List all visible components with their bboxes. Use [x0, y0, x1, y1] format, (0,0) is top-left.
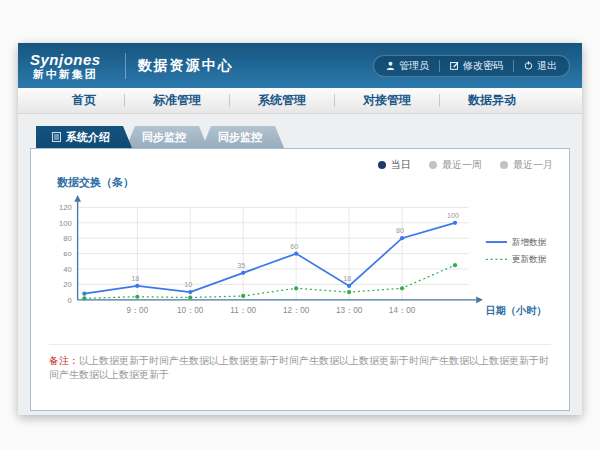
data-point — [400, 286, 404, 290]
logo-text-cn: 新中新集团 — [33, 69, 98, 80]
radio-range-2[interactable]: 最近一周 — [429, 158, 482, 172]
line-chart: 0204060801001209：0010：0011：0012：0013：001… — [41, 192, 559, 338]
tab-3[interactable]: 同步监控 — [202, 126, 284, 148]
tab-label: 系统介绍 — [66, 126, 110, 148]
radio-label: 最近一周 — [442, 158, 482, 172]
footnote: 备注：以上数据更新于时间产生数据以上数据更新于时间产生数据以上数据更新于时间产生… — [49, 344, 551, 382]
power-icon — [524, 61, 533, 70]
change-password-label: 修改密码 — [463, 59, 503, 73]
nav-item-4[interactable]: 对接管理 — [335, 88, 439, 113]
chart-legend: 新增数据更新数据 — [486, 237, 547, 264]
data-point — [82, 296, 86, 300]
radio-label: 当日 — [391, 158, 411, 172]
app-window: Synjones 新中新集团 数据资源中心 管理员 修改密码 — [18, 43, 582, 415]
chart-panel: 当日最近一周最近一月 数据交换（条） 0204060801001209：0010… — [30, 148, 570, 411]
svg-text:12：00: 12：00 — [283, 306, 310, 315]
nav-item-1[interactable]: 首页 — [44, 88, 124, 113]
x-axis-title: 日期（小时） — [486, 305, 547, 316]
svg-text:10：00: 10：00 — [177, 306, 204, 315]
data-point-label: 80 — [396, 226, 404, 235]
data-point-label: 60 — [290, 242, 298, 251]
radio-icon — [500, 161, 508, 169]
data-point — [82, 292, 86, 296]
svg-text:14：00: 14：00 — [389, 306, 416, 315]
radio-label: 最近一月 — [513, 158, 553, 172]
data-point-label: 18 — [343, 274, 351, 283]
user-toolbar: 管理员 修改密码 退出 — [373, 55, 570, 77]
radio-range-3[interactable]: 最近一月 — [500, 158, 553, 172]
svg-text:0: 0 — [68, 296, 72, 305]
svg-text:60: 60 — [63, 250, 72, 259]
nav-item-5[interactable]: 数据异动 — [440, 88, 544, 113]
tab-2[interactable]: 同步监控 — [126, 126, 208, 148]
data-point — [347, 290, 351, 294]
current-user-label: 管理员 — [399, 59, 429, 73]
svg-text:80: 80 — [63, 234, 72, 243]
main-nav: 首页标准管理系统管理对接管理数据异动 — [18, 88, 582, 114]
data-point — [453, 263, 457, 267]
header: Synjones 新中新集团 数据资源中心 管理员 修改密码 — [18, 43, 582, 88]
data-point-label: 35 — [237, 261, 245, 270]
tab-label: 同步监控 — [142, 126, 186, 148]
data-point — [453, 221, 457, 225]
logout-label: 退出 — [537, 59, 557, 73]
svg-text:11：00: 11：00 — [230, 306, 256, 315]
data-point — [188, 295, 192, 299]
range-filters: 当日最近一周最近一月 — [378, 158, 553, 172]
y-tick-labels: 020406080100120 — [59, 203, 72, 304]
svg-text:40: 40 — [63, 265, 72, 274]
data-point — [294, 286, 298, 290]
document-icon — [52, 132, 61, 142]
radio-range-1[interactable]: 当日 — [378, 158, 411, 172]
tab-label: 同步监控 — [218, 126, 262, 148]
data-point — [347, 284, 351, 288]
legend-label: 更新数据 — [512, 254, 547, 264]
data-point — [135, 295, 139, 299]
current-user-button[interactable]: 管理员 — [386, 59, 429, 73]
nav-item-3[interactable]: 系统管理 — [230, 88, 334, 113]
data-point — [241, 294, 245, 298]
tab-bar: 系统介绍同步监控同步监控 — [36, 126, 570, 148]
footnote-prefix: 备注： — [49, 355, 79, 366]
y-axis-title: 数据交换（条） — [57, 175, 569, 190]
legend-label: 新增数据 — [512, 237, 547, 247]
change-password-button[interactable]: 修改密码 — [450, 59, 503, 73]
data-point — [135, 284, 139, 288]
data-point — [241, 271, 245, 275]
nav-item-2[interactable]: 标准管理 — [125, 88, 229, 113]
header-divider — [125, 53, 126, 79]
data-point-label: 100 — [447, 211, 459, 220]
brand-logo: Synjones 新中新集团 — [30, 52, 101, 80]
tab-1[interactable]: 系统介绍 — [36, 126, 132, 148]
logout-button[interactable]: 退出 — [524, 59, 557, 73]
user-icon — [386, 61, 395, 70]
x-tick-labels: 9：0010：0011：0012：0013：0014：00 — [126, 306, 415, 315]
svg-text:13：00: 13：00 — [336, 306, 363, 315]
footnote-text: 以上数据更新于时间产生数据以上数据更新于时间产生数据以上数据更新于时间产生数据以… — [49, 355, 549, 380]
svg-text:20: 20 — [63, 280, 72, 289]
svg-text:9：00: 9：00 — [126, 306, 148, 315]
radio-icon — [429, 161, 437, 169]
edit-icon — [450, 61, 459, 70]
line-chart-svg: 0204060801001209：0010：0011：0012：0013：001… — [41, 192, 559, 334]
data-point — [400, 236, 404, 240]
svg-text:120: 120 — [59, 203, 72, 212]
data-point — [188, 290, 192, 294]
svg-text:100: 100 — [59, 219, 72, 228]
data-point-label: 18 — [131, 274, 139, 283]
page-title: 数据资源中心 — [138, 57, 234, 75]
data-point — [294, 251, 298, 255]
data-point-label: 10 — [184, 280, 192, 289]
content-area: 系统介绍同步监控同步监控 当日最近一周最近一月 数据交换（条） 02040608… — [18, 114, 582, 411]
logo-text-en: Synjones — [30, 52, 101, 67]
radio-icon — [378, 161, 386, 169]
